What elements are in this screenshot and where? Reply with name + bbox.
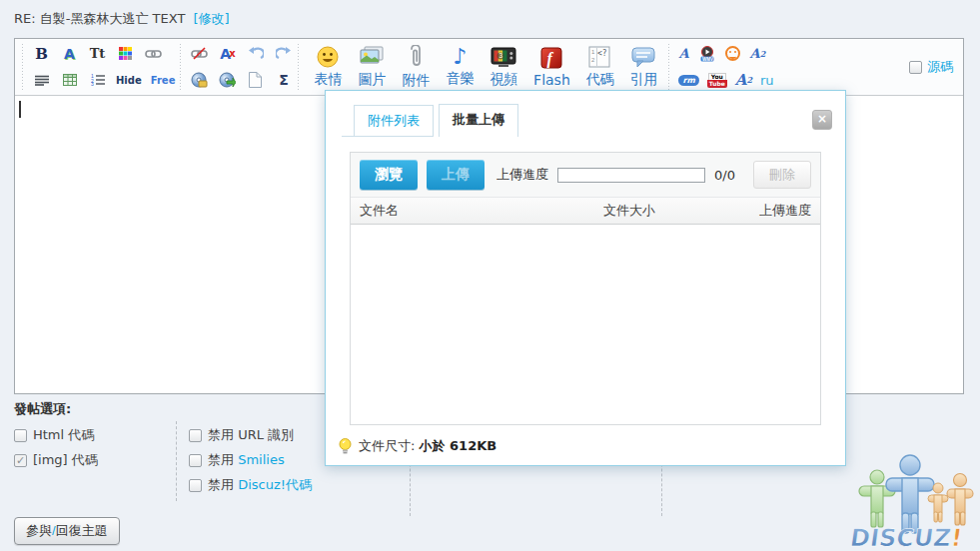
- youtube-icon[interactable]: You Tube: [707, 73, 727, 88]
- option-disable-url[interactable]: 禁用 URL 識別: [189, 426, 294, 444]
- free-button[interactable]: Free: [151, 75, 176, 86]
- source-code-checkbox[interactable]: [909, 61, 922, 74]
- table-icon[interactable]: [60, 71, 79, 90]
- browse-button[interactable]: 瀏覽: [360, 160, 418, 190]
- img-code-checkbox[interactable]: ✓: [14, 454, 27, 467]
- dialog-tabs: 附件列表 批量上傳: [342, 104, 518, 137]
- text-cursor: [19, 101, 21, 118]
- upload-toolbar: 瀏覽 上傳 上傳進度 0/0 刪除: [351, 153, 820, 198]
- svg-text:3: 3: [499, 52, 503, 59]
- file-table-body: [351, 225, 820, 424]
- progress-label: 上傳進度: [496, 166, 548, 184]
- editor-toolbar: B A Tt 123 Hide: [15, 39, 963, 96]
- paperclip-icon: [408, 45, 424, 69]
- edit-group: Ax Σ: [188, 39, 295, 95]
- undo-icon[interactable]: [246, 44, 265, 63]
- tab-attachment-list[interactable]: 附件列表: [354, 105, 434, 137]
- delete-button[interactable]: 刪除: [753, 161, 811, 189]
- file-size-hint-prefix: 文件尺寸:: [359, 438, 415, 453]
- font-style-a-icon[interactable]: A: [678, 46, 688, 61]
- source-code-toggle[interactable]: 源碼: [909, 58, 953, 76]
- font-size-icon[interactable]: Tt: [88, 44, 107, 63]
- column-filesize: 文件大小: [603, 202, 731, 220]
- quote-bubble-icon: [631, 46, 655, 68]
- superscript-a-icon[interactable]: A2: [735, 71, 752, 89]
- flash-icon: f: [540, 47, 562, 69]
- disable-smilies-checkbox[interactable]: [189, 454, 202, 467]
- unlink-icon[interactable]: [190, 44, 209, 63]
- progress-bar: [557, 168, 705, 183]
- toolbar-separator: [298, 44, 303, 90]
- hide-button[interactable]: Hide: [116, 75, 142, 86]
- rm-icon[interactable]: rm: [678, 75, 698, 86]
- code-button[interactable]: 12<? 代碼: [577, 46, 621, 89]
- palette-icon[interactable]: [116, 44, 135, 63]
- upload-panel: 瀏覽 上傳 上傳進度 0/0 刪除 文件名 文件大小 上傳進度: [350, 152, 821, 425]
- subscript-a-icon[interactable]: A2: [750, 46, 766, 61]
- upload-button[interactable]: 上傳: [427, 160, 485, 190]
- file-size-hint-value: 小於 612KB: [420, 438, 497, 453]
- option-html-code[interactable]: Html 代碼: [14, 426, 94, 444]
- image-icon: [360, 46, 384, 68]
- attachment-upload-dialog: 附件列表 批量上傳 × 瀏覽 上傳 上傳進度 0/0 刪除 文件名 文件大小 上…: [325, 90, 846, 466]
- ordered-list-icon[interactable]: 123: [88, 71, 107, 90]
- options-divider: [176, 421, 177, 501]
- toolbar-drag-handle: [22, 44, 27, 90]
- link-icon[interactable]: [144, 44, 163, 63]
- toolbar-separator: [180, 44, 185, 90]
- discuz-logo: DISCUZ !: [850, 454, 974, 549]
- wmv-icon[interactable]: WMV: [699, 46, 715, 62]
- file-table-header: 文件名 文件大小 上傳進度: [351, 198, 820, 225]
- disable-discuz-code-checkbox[interactable]: [189, 479, 202, 492]
- code-icon: 12<?: [588, 46, 610, 68]
- attachment-button[interactable]: 附件: [394, 45, 438, 90]
- music-button[interactable]: ♪ 音樂: [438, 47, 482, 88]
- svg-text:<?: <?: [597, 48, 607, 57]
- option-img-code[interactable]: ✓ [img] 代碼: [14, 451, 98, 469]
- image-button[interactable]: 圖片: [350, 46, 394, 89]
- html-code-checkbox[interactable]: [14, 429, 27, 442]
- edit-link[interactable]: [修改]: [194, 11, 230, 26]
- remove-format-icon[interactable]: Ax: [218, 44, 237, 63]
- option-disable-discuz-code[interactable]: 禁用 Discuz!代碼: [189, 476, 312, 494]
- svg-text:3: 3: [91, 81, 94, 86]
- column-filename: 文件名: [360, 202, 603, 220]
- tab-batch-upload[interactable]: 批量上傳: [439, 104, 518, 137]
- new-page-icon[interactable]: [246, 71, 265, 90]
- submit-reply-button[interactable]: 參與/回復主題: [14, 517, 120, 545]
- quote-button[interactable]: 引用: [621, 46, 665, 89]
- insert-group: 表情 圖片 附件 ♪ 音樂 3 視頻 f Flash: [306, 39, 665, 95]
- page-title: RE: 自製-黑森林大逃亡 TEXT [修改]: [14, 10, 230, 28]
- dialog-footer: 文件尺寸: 小於 612KB: [339, 437, 496, 455]
- progress-counter: 0/0: [714, 168, 735, 183]
- music-note-icon: ♪: [453, 47, 467, 67]
- disable-url-checkbox[interactable]: [189, 429, 202, 442]
- justify-icon[interactable]: [32, 71, 51, 90]
- redo-icon[interactable]: [274, 44, 293, 63]
- format-group: B A Tt 123 Hide: [30, 39, 177, 95]
- smiley-icon: [317, 46, 339, 68]
- svg-text:WMV: WMV: [702, 56, 713, 61]
- close-icon[interactable]: ×: [812, 110, 832, 130]
- post-title-text: RE: 自製-黑森林大逃亡 TEXT: [14, 11, 185, 26]
- logo-person-orange: [947, 474, 973, 526]
- flash-button[interactable]: f Flash: [525, 47, 577, 88]
- save-disc-icon[interactable]: [190, 71, 209, 90]
- option-disable-smilies[interactable]: 禁用 Smilies: [189, 451, 285, 469]
- sigma-icon[interactable]: Σ: [274, 71, 293, 90]
- custom-smiley-icon[interactable]: [725, 46, 740, 61]
- tv-icon: 3: [490, 46, 516, 68]
- ru-bbcode-button[interactable]: ru: [760, 73, 774, 88]
- logo-text: DISCUZ: [850, 524, 953, 549]
- column-progress: 上傳進度: [731, 202, 811, 220]
- toolbar-separator: [668, 44, 673, 90]
- video-button[interactable]: 3 視頻: [482, 46, 525, 89]
- smiley-button[interactable]: 表情: [306, 46, 350, 89]
- lightbulb-icon: [339, 438, 352, 455]
- bold-icon[interactable]: B: [32, 44, 51, 63]
- post-options-heading: 發帖選項:: [14, 400, 71, 418]
- import-disc-icon[interactable]: [218, 71, 237, 90]
- font-color-icon[interactable]: A: [60, 44, 79, 63]
- plugin-group: A WMV A2 rm You Tube A2 ru: [676, 39, 775, 95]
